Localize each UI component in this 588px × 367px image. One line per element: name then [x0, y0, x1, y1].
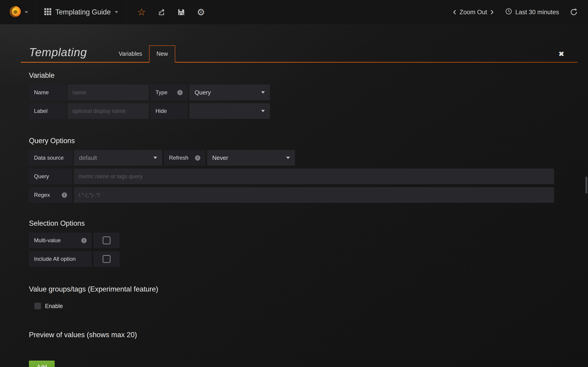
dashboard-picker[interactable]: Templating Guide	[36, 0, 127, 24]
multi-value-checkbox[interactable]	[103, 236, 111, 244]
info-icon[interactable]: i	[177, 90, 183, 95]
include-all-checkbox-cell[interactable]	[94, 251, 120, 267]
refresh-select[interactable]: Never	[207, 150, 295, 166]
include-all-checkbox[interactable]	[103, 255, 111, 263]
add-button[interactable]: Add	[29, 361, 55, 367]
dashboard-title: Templating Guide	[55, 8, 111, 16]
refresh-icon[interactable]	[570, 8, 578, 16]
datasource-label: Data source	[29, 150, 72, 166]
multi-value-label: Multi-value i	[29, 233, 92, 248]
enable-label: Enable	[45, 303, 63, 309]
page-title: Templating	[29, 46, 87, 59]
query-label: Query	[29, 169, 72, 184]
include-all-row: Include All option	[29, 251, 554, 267]
templating-editor: Templating Variables New ✖ Variable Name…	[0, 45, 588, 367]
time-range-label: Last 30 minutes	[515, 9, 559, 16]
star-icon[interactable]: ☆	[137, 7, 146, 17]
selection-options-heading: Selection Options	[29, 219, 554, 227]
caret-down-icon	[153, 157, 157, 159]
regex-row: Regex i	[29, 187, 554, 203]
caret-down-icon	[115, 11, 118, 13]
datasource-select[interactable]: default	[74, 150, 162, 166]
multi-value-row: Multi-value i	[29, 233, 554, 248]
share-icon[interactable]	[158, 8, 166, 16]
variable-label-row: Label Hide	[29, 103, 554, 119]
regex-label: Regex i	[29, 187, 72, 203]
preview-heading: Preview of values (shows max 20)	[29, 331, 554, 339]
scrollbar-thumb[interactable]	[586, 177, 587, 194]
regex-label-text: Regex	[34, 192, 50, 198]
enable-checkbox[interactable]	[35, 303, 41, 309]
save-icon[interactable]	[178, 8, 185, 16]
name-label: Name	[29, 85, 66, 100]
editor-tab-header: Templating Variables New ✖	[21, 45, 578, 63]
label-label: Label	[29, 103, 66, 119]
refresh-label: Refresh i	[164, 150, 205, 166]
type-label-text: Type	[156, 89, 167, 96]
label-input[interactable]	[68, 103, 149, 119]
time-range-picker[interactable]: Last 30 minutes	[505, 8, 559, 17]
dashboard-grid-icon	[44, 8, 51, 16]
query-row: Query	[29, 169, 554, 184]
caret-down-icon	[25, 11, 28, 13]
value-groups-heading: Value groups/tags (Experimental feature)	[29, 285, 554, 293]
name-input[interactable]	[68, 85, 149, 100]
hide-label: Hide	[150, 103, 188, 119]
time-forward-icon[interactable]: ›	[487, 6, 497, 17]
clock-icon	[505, 8, 512, 17]
caret-down-icon	[261, 91, 265, 94]
variable-heading: Variable	[29, 71, 554, 80]
editor-tabs: Variables New	[112, 45, 175, 63]
datasource-row: Data source default Refresh i Never	[29, 150, 554, 166]
caret-down-icon	[261, 110, 265, 112]
enable-row: Enable	[35, 301, 554, 311]
variable-name-row: Name Type i Query	[29, 85, 554, 100]
refresh-select-value: Never	[212, 154, 228, 161]
navbar: Templating Guide ☆ ⚙ ‹ Zoom Ou	[0, 0, 588, 24]
type-select[interactable]: Query	[190, 85, 270, 100]
type-label: Type i	[150, 85, 188, 100]
zoom-out-button[interactable]: Zoom Out	[460, 9, 487, 16]
datasource-select-value: default	[79, 154, 97, 161]
navbar-actions: ☆ ⚙	[127, 0, 205, 24]
info-icon[interactable]: i	[62, 192, 67, 198]
type-select-value: Query	[195, 89, 211, 96]
grafana-menu-button[interactable]	[0, 0, 36, 24]
query-input[interactable]	[74, 169, 554, 184]
include-all-label: Include All option	[29, 251, 92, 267]
hide-select[interactable]	[190, 103, 270, 119]
gear-icon[interactable]: ⚙	[197, 8, 205, 17]
tab-new[interactable]: New	[149, 45, 175, 63]
multi-value-label-text: Multi-value	[34, 237, 61, 244]
info-icon[interactable]: i	[195, 155, 200, 161]
regex-input[interactable]	[74, 187, 554, 203]
time-controls: ‹ Zoom Out › Last 30 minutes	[450, 0, 588, 24]
caret-down-icon	[286, 157, 290, 159]
time-back-icon[interactable]: ‹	[450, 6, 460, 17]
multi-value-checkbox-cell[interactable]	[94, 233, 120, 248]
tab-variables[interactable]: Variables	[112, 50, 149, 63]
close-icon[interactable]: ✖	[558, 50, 564, 58]
grafana-logo-icon	[8, 4, 23, 20]
query-options-heading: Query Options	[29, 137, 554, 145]
info-icon[interactable]: i	[81, 238, 86, 243]
refresh-label-text: Refresh	[169, 155, 188, 161]
